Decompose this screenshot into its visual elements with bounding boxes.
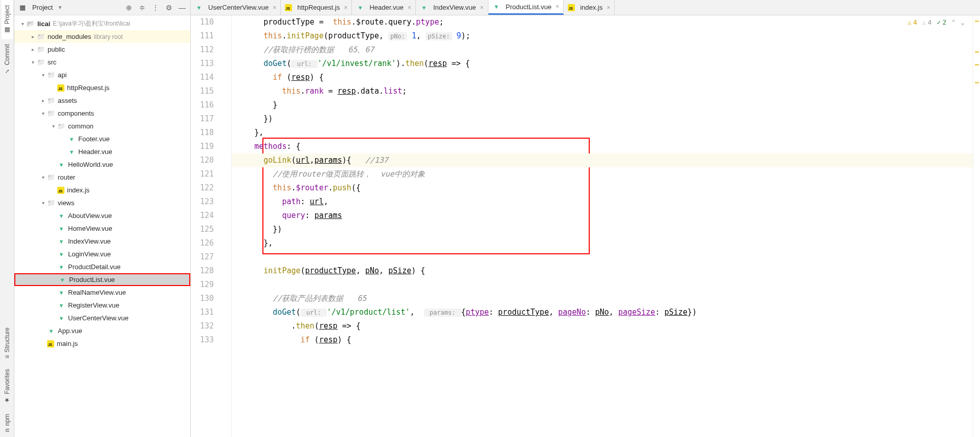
code-line[interactable]: .then(resp => { (232, 319, 973, 333)
code-line[interactable]: //使用router做页面跳转， vue中的对象 (232, 167, 973, 181)
tree-item-assets[interactable]: ▸ assets (14, 94, 190, 107)
line-number[interactable]: 110 (191, 15, 225, 29)
code-line[interactable]: //获取产品列表数据 65 (232, 292, 973, 305)
expand-up-icon[interactable]: ⌃ (951, 18, 955, 26)
code-line[interactable]: this.initPage(productType, pNo: 1, pSize… (232, 29, 973, 43)
typo-badge[interactable]: ✓ 2 (937, 18, 947, 26)
tool-tab-npm[interactable]: nnpm (2, 409, 13, 437)
line-number[interactable]: 124 (191, 209, 225, 223)
tree-item-footer[interactable]: Footer.vue (14, 133, 190, 145)
tree-item-mainjs[interactable]: main.js (14, 337, 190, 350)
tree-item-views[interactable]: ▾ views (14, 196, 190, 209)
tree-item-productlist[interactable]: ProductList.vue (14, 273, 190, 286)
tool-tab-commit[interactable]: ✓Commit (2, 39, 13, 80)
chevron-right-icon[interactable]: ▸ (29, 34, 37, 39)
code-line[interactable]: if (resp) { (232, 71, 973, 84)
code-line[interactable]: path: url, (232, 195, 973, 209)
code-line[interactable]: } (232, 98, 973, 112)
line-number[interactable]: 120 (191, 154, 225, 167)
locate-icon[interactable]: ⊕ (125, 4, 133, 12)
chevron-right-icon[interactable]: ▸ (29, 47, 37, 52)
chevron-down-icon[interactable]: ▾ (39, 111, 47, 116)
code-line[interactable]: }) (232, 223, 973, 236)
chevron-down-icon[interactable]: ▾ (39, 174, 47, 180)
tree-item-router-index[interactable]: index.js (14, 184, 190, 196)
tree-item-realname[interactable]: RealNameView.vue (14, 286, 190, 299)
tree-item-helloworld[interactable]: HelloWorld.vue (14, 158, 190, 171)
close-icon[interactable]: × (273, 4, 276, 11)
chevron-down-icon[interactable]: ▾ (49, 123, 57, 129)
line-number[interactable]: 122 (191, 181, 225, 195)
code-line[interactable]: doGet( url: '/v1/product/list', params: … (232, 305, 973, 319)
tree-item-src[interactable]: ▾ src (14, 56, 190, 69)
collapse-icon[interactable]: ⋮ (151, 4, 160, 12)
close-icon[interactable]: × (607, 4, 610, 11)
tool-tab-project[interactable]: ▦Project (2, 0, 13, 39)
expand-down-icon[interactable]: ⌄ (961, 18, 965, 26)
code-line[interactable]: }, (232, 126, 973, 140)
tree-item-components[interactable]: ▾ components (14, 107, 190, 120)
line-number[interactable]: 127 (191, 250, 225, 264)
tree-item-home[interactable]: HomeView.vue (14, 222, 190, 235)
line-number[interactable]: 130 (191, 292, 225, 305)
chevron-down-icon[interactable]: ▾ (18, 21, 27, 27)
line-number[interactable]: 111 (191, 29, 225, 43)
tree-item-public[interactable]: ▸ public (14, 43, 190, 56)
tree-item-node-modules[interactable]: ▸ node_modules library root (14, 30, 190, 43)
line-number[interactable]: 112 (191, 43, 225, 57)
code-line[interactable]: }, (232, 236, 973, 250)
tab-index-js[interactable]: index.js× (564, 0, 615, 15)
tree-item-productdetail[interactable]: ProductDetail.vue (14, 260, 190, 273)
code-line[interactable]: methods: { (232, 140, 973, 154)
tab-usercenterview-vue[interactable]: UserCenterView.vue× (191, 0, 281, 15)
tree-item-api[interactable]: ▾ api (14, 69, 190, 81)
chevron-down-icon[interactable]: ▾ (39, 72, 47, 78)
tree-item-header[interactable]: Header.vue (14, 145, 190, 158)
line-number[interactable]: 123 (191, 195, 225, 209)
line-number[interactable]: 114 (191, 71, 225, 84)
expand-icon[interactable]: ≑ (138, 4, 146, 12)
tool-tab-favorites[interactable]: ★Favorites (2, 364, 13, 409)
hide-icon[interactable]: — (178, 4, 186, 12)
close-icon[interactable]: × (555, 3, 559, 10)
line-number[interactable]: 115 (191, 84, 225, 98)
line-number[interactable]: 116 (191, 98, 225, 112)
tree-item-usercenter[interactable]: UserCenterView.vue (14, 312, 190, 324)
line-number[interactable]: 128 (191, 264, 225, 278)
code-line[interactable]: this.rank = resp.data.list; (232, 84, 973, 98)
tab-header-vue[interactable]: Header.vue× (352, 0, 416, 15)
code-line[interactable]: }) (232, 112, 973, 126)
code-line[interactable]: goLink(url,params){ //137 (232, 154, 973, 167)
code-body[interactable]: productType = this.$route.query.ptype; t… (232, 15, 973, 437)
tree-root[interactable]: ▾ licai E:\java学习\盈利宝\front\licai (14, 17, 190, 30)
tree-item-httprequest[interactable]: httpRequest.js (14, 81, 190, 94)
code-line[interactable]: doGet( url: '/v1/invest/rank').then(resp… (232, 57, 973, 71)
tree-item-about[interactable]: AboutView.vue (14, 209, 190, 222)
code-line[interactable] (232, 250, 973, 264)
code-line[interactable]: if (resp) { (232, 333, 973, 347)
code-line[interactable]: initPage(productType, pNo, pSize) { (232, 264, 973, 278)
line-number[interactable]: 121 (191, 167, 225, 181)
line-number[interactable]: 125 (191, 223, 225, 236)
weak-warning-badge[interactable]: ⚠ 4 (922, 18, 932, 26)
code-line[interactable]: query: params (232, 209, 973, 223)
chevron-down-icon[interactable]: ▾ (39, 200, 47, 206)
code-line[interactable]: productType = this.$route.query.ptype; (232, 15, 973, 29)
line-number[interactable]: 118 (191, 126, 225, 140)
gutter[interactable]: 1101111121131141151161171181191201211221… (191, 15, 232, 437)
code-line[interactable]: //获取排行榜的数据 65、67 (232, 43, 973, 57)
warning-badge[interactable]: ⚠ 4 (907, 18, 917, 26)
chevron-right-icon[interactable]: ▸ (39, 98, 47, 103)
tree-item-router[interactable]: ▾ router (14, 171, 190, 184)
inspection-badges[interactable]: ⚠ 4 ⚠ 4 ✓ 2 ⌃ ⌄ (907, 18, 965, 26)
tab-indexview-vue[interactable]: IndexView.vue× (416, 0, 488, 15)
close-icon[interactable]: × (344, 4, 347, 11)
tool-tab-structure[interactable]: ≡Structure (2, 322, 13, 364)
gear-icon[interactable]: ⚙ (165, 4, 173, 12)
tree-item-common[interactable]: ▾ common (14, 120, 190, 133)
code-line[interactable]: this.$router.push({ (232, 181, 973, 195)
line-number[interactable]: 113 (191, 57, 225, 71)
tree-item-register[interactable]: RegisterView.vue (14, 299, 190, 312)
line-number[interactable]: 132 (191, 319, 225, 333)
tab-productlist-vue[interactable]: ProductList.vue× (488, 0, 564, 15)
